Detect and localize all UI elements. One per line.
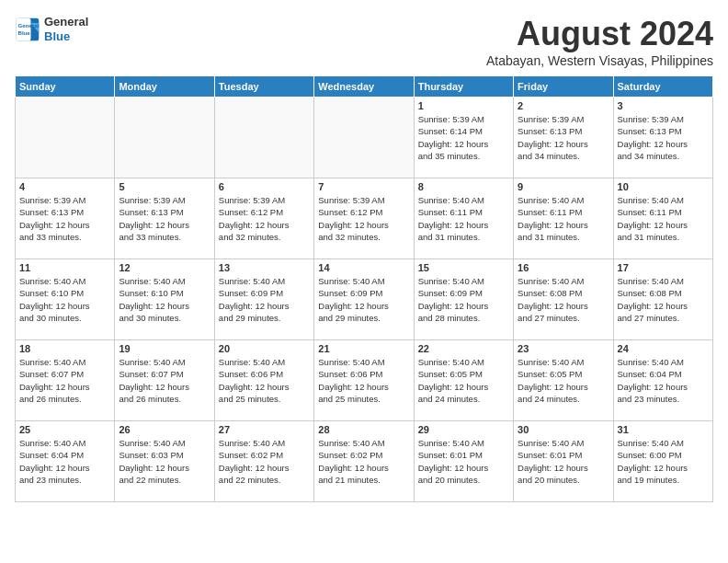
day-number: 18 — [19, 343, 110, 354]
day-info: Sunrise: 5:40 AM Sunset: 6:10 PM Dayligh… — [119, 275, 210, 324]
day-number: 26 — [119, 424, 210, 435]
day-info: Sunrise: 5:40 AM Sunset: 6:09 PM Dayligh… — [219, 275, 310, 324]
calendar-cell: 23Sunrise: 5:40 AM Sunset: 6:05 PM Dayli… — [514, 340, 613, 421]
page-subtitle: Atabayan, Western Visayas, Philippines — [486, 53, 713, 68]
day-info: Sunrise: 5:40 AM Sunset: 6:02 PM Dayligh… — [318, 437, 409, 486]
day-info: Sunrise: 5:40 AM Sunset: 6:07 PM Dayligh… — [19, 356, 110, 405]
day-number: 31 — [618, 424, 709, 435]
day-number: 3 — [618, 100, 709, 111]
calendar-cell: 12Sunrise: 5:40 AM Sunset: 6:10 PM Dayli… — [115, 259, 214, 340]
day-number: 30 — [518, 424, 609, 435]
day-number: 19 — [119, 343, 210, 354]
day-info: Sunrise: 5:40 AM Sunset: 6:10 PM Dayligh… — [19, 275, 110, 324]
calendar-cell: 21Sunrise: 5:40 AM Sunset: 6:06 PM Dayli… — [314, 340, 414, 421]
day-info: Sunrise: 5:40 AM Sunset: 6:06 PM Dayligh… — [318, 356, 409, 405]
day-info: Sunrise: 5:39 AM Sunset: 6:13 PM Dayligh… — [119, 194, 210, 243]
day-number: 25 — [19, 424, 110, 435]
day-number: 23 — [518, 343, 609, 354]
calendar-cell: 2Sunrise: 5:39 AM Sunset: 6:13 PM Daylig… — [514, 98, 613, 178]
day-number: 24 — [618, 343, 709, 354]
calendar-cell: 30Sunrise: 5:40 AM Sunset: 6:01 PM Dayli… — [514, 421, 613, 502]
day-info: Sunrise: 5:40 AM Sunset: 6:05 PM Dayligh… — [418, 356, 509, 405]
day-number: 17 — [618, 262, 709, 273]
calendar-cell: 28Sunrise: 5:40 AM Sunset: 6:02 PM Dayli… — [314, 421, 414, 502]
day-info: Sunrise: 5:39 AM Sunset: 6:12 PM Dayligh… — [318, 194, 409, 243]
calendar-cell: 16Sunrise: 5:40 AM Sunset: 6:08 PM Dayli… — [514, 259, 613, 340]
weekday-header-friday: Friday — [514, 76, 613, 98]
day-info: Sunrise: 5:39 AM Sunset: 6:14 PM Dayligh… — [418, 113, 509, 162]
day-info: Sunrise: 5:40 AM Sunset: 6:09 PM Dayligh… — [318, 275, 409, 324]
day-info: Sunrise: 5:40 AM Sunset: 6:11 PM Dayligh… — [518, 194, 609, 243]
svg-text:General: General — [18, 22, 40, 29]
calendar-table: SundayMondayTuesdayWednesdayThursdayFrid… — [15, 75, 713, 502]
calendar-cell: 22Sunrise: 5:40 AM Sunset: 6:05 PM Dayli… — [414, 340, 513, 421]
day-number: 22 — [418, 343, 509, 354]
day-number: 29 — [418, 424, 509, 435]
calendar-cell: 3Sunrise: 5:39 AM Sunset: 6:13 PM Daylig… — [613, 98, 712, 178]
weekday-header-thursday: Thursday — [414, 76, 513, 98]
calendar-cell: 19Sunrise: 5:40 AM Sunset: 6:07 PM Dayli… — [115, 340, 214, 421]
calendar-cell: 5Sunrise: 5:39 AM Sunset: 6:13 PM Daylig… — [115, 178, 214, 259]
day-info: Sunrise: 5:39 AM Sunset: 6:12 PM Dayligh… — [219, 194, 310, 243]
calendar-cell — [16, 98, 115, 178]
day-number: 12 — [119, 262, 210, 273]
calendar-cell: 4Sunrise: 5:39 AM Sunset: 6:13 PM Daylig… — [16, 178, 115, 259]
weekday-header-tuesday: Tuesday — [214, 76, 313, 98]
day-info: Sunrise: 5:39 AM Sunset: 6:13 PM Dayligh… — [618, 113, 709, 162]
calendar-cell: 18Sunrise: 5:40 AM Sunset: 6:07 PM Dayli… — [16, 340, 115, 421]
calendar-cell: 25Sunrise: 5:40 AM Sunset: 6:04 PM Dayli… — [16, 421, 115, 502]
day-info: Sunrise: 5:40 AM Sunset: 6:00 PM Dayligh… — [618, 437, 709, 486]
svg-text:Blue: Blue — [18, 29, 31, 36]
calendar-cell: 13Sunrise: 5:40 AM Sunset: 6:09 PM Dayli… — [214, 259, 313, 340]
week-row-3: 11Sunrise: 5:40 AM Sunset: 6:10 PM Dayli… — [16, 259, 713, 340]
day-number: 9 — [518, 181, 609, 192]
weekday-header-sunday: Sunday — [16, 76, 115, 98]
logo-text-line2: Blue — [44, 29, 88, 44]
weekday-header-saturday: Saturday — [613, 76, 712, 98]
day-number: 5 — [119, 181, 210, 192]
calendar-cell: 24Sunrise: 5:40 AM Sunset: 6:04 PM Dayli… — [613, 340, 712, 421]
week-row-2: 4Sunrise: 5:39 AM Sunset: 6:13 PM Daylig… — [16, 178, 713, 259]
page-header: General Blue General Blue August 2024 At… — [15, 15, 713, 68]
calendar-cell: 26Sunrise: 5:40 AM Sunset: 6:03 PM Dayli… — [115, 421, 214, 502]
calendar-cell — [115, 98, 214, 178]
calendar-cell: 7Sunrise: 5:39 AM Sunset: 6:12 PM Daylig… — [314, 178, 414, 259]
day-info: Sunrise: 5:40 AM Sunset: 6:01 PM Dayligh… — [418, 437, 509, 486]
day-number: 27 — [219, 424, 310, 435]
day-number: 13 — [219, 262, 310, 273]
day-info: Sunrise: 5:40 AM Sunset: 6:04 PM Dayligh… — [618, 356, 709, 405]
calendar-cell: 6Sunrise: 5:39 AM Sunset: 6:12 PM Daylig… — [214, 178, 313, 259]
day-number: 4 — [19, 181, 110, 192]
day-number: 28 — [318, 424, 409, 435]
calendar-cell: 14Sunrise: 5:40 AM Sunset: 6:09 PM Dayli… — [314, 259, 414, 340]
day-info: Sunrise: 5:40 AM Sunset: 6:08 PM Dayligh… — [618, 275, 709, 324]
day-number: 10 — [618, 181, 709, 192]
day-info: Sunrise: 5:40 AM Sunset: 6:04 PM Dayligh… — [19, 437, 110, 486]
logo: General Blue General Blue — [15, 15, 88, 43]
day-info: Sunrise: 5:40 AM Sunset: 6:11 PM Dayligh… — [418, 194, 509, 243]
weekday-header-wednesday: Wednesday — [314, 76, 414, 98]
day-number: 2 — [518, 100, 609, 111]
day-info: Sunrise: 5:40 AM Sunset: 6:05 PM Dayligh… — [518, 356, 609, 405]
calendar-cell: 11Sunrise: 5:40 AM Sunset: 6:10 PM Dayli… — [16, 259, 115, 340]
logo-icon: General Blue — [15, 17, 40, 42]
logo-text-line1: General — [44, 15, 88, 29]
calendar-cell: 17Sunrise: 5:40 AM Sunset: 6:08 PM Dayli… — [613, 259, 712, 340]
day-info: Sunrise: 5:39 AM Sunset: 6:13 PM Dayligh… — [518, 113, 609, 162]
calendar-cell: 27Sunrise: 5:40 AM Sunset: 6:02 PM Dayli… — [214, 421, 313, 502]
day-info: Sunrise: 5:40 AM Sunset: 6:03 PM Dayligh… — [119, 437, 210, 486]
title-section: August 2024 Atabayan, Western Visayas, P… — [486, 15, 713, 68]
calendar-cell — [314, 98, 414, 178]
day-number: 16 — [518, 262, 609, 273]
day-info: Sunrise: 5:40 AM Sunset: 6:07 PM Dayligh… — [119, 356, 210, 405]
calendar-cell: 20Sunrise: 5:40 AM Sunset: 6:06 PM Dayli… — [214, 340, 313, 421]
day-number: 6 — [219, 181, 310, 192]
day-info: Sunrise: 5:39 AM Sunset: 6:13 PM Dayligh… — [19, 194, 110, 243]
day-info: Sunrise: 5:40 AM Sunset: 6:09 PM Dayligh… — [418, 275, 509, 324]
day-info: Sunrise: 5:40 AM Sunset: 6:06 PM Dayligh… — [219, 356, 310, 405]
day-number: 7 — [318, 181, 409, 192]
week-row-4: 18Sunrise: 5:40 AM Sunset: 6:07 PM Dayli… — [16, 340, 713, 421]
calendar-cell: 9Sunrise: 5:40 AM Sunset: 6:11 PM Daylig… — [514, 178, 613, 259]
calendar-header-row: SundayMondayTuesdayWednesdayThursdayFrid… — [16, 76, 713, 98]
day-number: 15 — [418, 262, 509, 273]
